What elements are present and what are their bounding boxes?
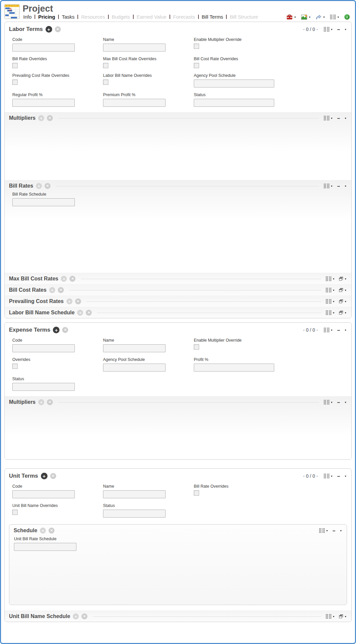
labor-terms-add-button[interactable]: +: [46, 26, 52, 33]
expense-multipliers-add-button[interactable]: +: [38, 399, 44, 405]
collapse-button[interactable]: −: [337, 328, 340, 333]
code-input[interactable]: [12, 44, 75, 52]
collapse-button[interactable]: −: [337, 184, 340, 189]
agency-pool-schedule-input[interactable]: [103, 364, 166, 372]
info-button[interactable]: i: [344, 14, 350, 20]
columns-button[interactable]: ▼: [330, 15, 339, 19]
restore-button[interactable]: ▼: [339, 288, 347, 292]
caret-down-icon: ▼: [323, 16, 325, 18]
status-input[interactable]: [103, 510, 166, 518]
labor-bill-name-overrides-checkbox[interactable]: [103, 80, 108, 85]
status-input[interactable]: [12, 383, 75, 391]
enable-multiplier-override-checkbox[interactable]: [194, 344, 199, 350]
bill-cost-rates-add-button[interactable]: +: [49, 287, 55, 293]
report-button[interactable]: ▼: [301, 15, 311, 20]
name-input[interactable]: [103, 490, 166, 498]
section-menu-button[interactable]: ▼: [344, 185, 347, 187]
unit-bill-name-schedule-delete-button[interactable]: ✕: [81, 613, 87, 619]
columns-button[interactable]: ▼: [326, 288, 335, 292]
collapse-button[interactable]: −: [332, 528, 335, 533]
unit-terms-delete-button[interactable]: ✕: [50, 473, 56, 479]
bill-rate-overrides-checkbox[interactable]: [194, 490, 199, 496]
max-bill-cost-rate-overrides-checkbox[interactable]: [103, 63, 108, 68]
unit-bill-rate-schedule-input[interactable]: [14, 543, 76, 551]
max-bill-cost-rates-delete-button[interactable]: ✕: [69, 276, 75, 282]
next-record-button[interactable]: ▸: [317, 28, 318, 31]
name-input[interactable]: [103, 44, 166, 52]
columns-button[interactable]: ▼: [324, 184, 333, 188]
agency-pool-schedule-input[interactable]: [194, 80, 274, 87]
columns-button[interactable]: ▼: [326, 310, 335, 315]
collapse-button[interactable]: −: [337, 474, 340, 479]
panel-menu-button[interactable]: ▼: [344, 28, 347, 31]
restore-button[interactable]: ▼: [339, 311, 347, 315]
enable-multiplier-override-checkbox[interactable]: [194, 44, 199, 49]
toolbox-button[interactable]: ▼: [287, 14, 296, 20]
columns-button[interactable]: ▼: [326, 276, 335, 281]
labor-bill-name-schedule-add-button[interactable]: +: [77, 310, 83, 316]
prev-record-button[interactable]: ◂: [303, 328, 304, 332]
tab-bill-terms[interactable]: Bill Terms: [199, 14, 226, 20]
bill-cost-rates-delete-button[interactable]: ✕: [58, 287, 64, 293]
expense-terms-add-button[interactable]: +: [53, 327, 59, 333]
columns-button[interactable]: ▼: [326, 299, 335, 304]
tab-tasks[interactable]: Tasks: [59, 14, 77, 20]
overrides-checkbox[interactable]: [12, 364, 18, 369]
restore-button[interactable]: ▼: [339, 299, 347, 303]
columns-button[interactable]: ▼: [324, 400, 333, 404]
code-input[interactable]: [12, 490, 75, 498]
labor-bill-name-schedule-delete-button[interactable]: ✕: [86, 310, 92, 316]
prev-record-button[interactable]: ◂: [303, 28, 304, 31]
columns-button[interactable]: ▼: [324, 328, 333, 332]
prevailing-cost-rates-add-button[interactable]: +: [66, 298, 72, 304]
profit-input[interactable]: [194, 364, 274, 372]
collapse-button[interactable]: −: [337, 116, 340, 121]
restore-button[interactable]: ▼: [339, 277, 347, 281]
schedule-delete-button[interactable]: ✕: [49, 528, 55, 534]
section-menu-button[interactable]: ▼: [344, 117, 347, 119]
tab-pricing[interactable]: Pricing: [35, 14, 58, 20]
next-record-button[interactable]: ▸: [317, 474, 318, 478]
schedule-add-button[interactable]: +: [40, 528, 46, 534]
panel-menu-button[interactable]: ▼: [344, 329, 347, 331]
unit-bill-name-schedule-add-button[interactable]: +: [73, 613, 79, 619]
max-bill-cost-rates-add-button[interactable]: +: [61, 276, 67, 282]
columns-button[interactable]: ▼: [319, 528, 328, 533]
bill-rates-delete-button[interactable]: ✕: [45, 183, 51, 189]
bill-rate-schedule-input[interactable]: [12, 198, 75, 206]
prev-record-button[interactable]: ◂: [303, 474, 304, 478]
tab-info[interactable]: Info: [23, 14, 35, 20]
panel-menu-button[interactable]: ▼: [344, 475, 347, 477]
name-input[interactable]: [103, 344, 166, 352]
premium-profit-input[interactable]: [103, 99, 166, 107]
columns-button[interactable]: ▼: [326, 614, 335, 619]
expense-multipliers-delete-button[interactable]: ✕: [47, 399, 53, 405]
unit-bill-name-overrides-checkbox[interactable]: [12, 510, 18, 515]
columns-button[interactable]: ▼: [324, 474, 333, 478]
unit-terms-add-button[interactable]: +: [41, 473, 48, 479]
navigate-button[interactable]: ▼: [316, 15, 325, 20]
prevailing-cost-rate-overrides-checkbox[interactable]: [12, 80, 18, 85]
profit-label: Profit %: [194, 357, 347, 362]
section-menu-button[interactable]: ▼: [344, 401, 347, 403]
empty-grid-area: [5, 407, 351, 459]
columns-button[interactable]: ▼: [324, 27, 333, 32]
prevailing-cost-rates-delete-button[interactable]: ✕: [75, 298, 81, 304]
next-record-button[interactable]: ▸: [317, 328, 318, 332]
expense-terms-delete-button[interactable]: ✕: [62, 327, 68, 333]
code-input[interactable]: [12, 344, 75, 352]
labor-terms-delete-button[interactable]: ✕: [55, 26, 61, 32]
status-input[interactable]: [194, 99, 274, 107]
labor-bill-name-schedule-header: Labor Bill Name Schedule + ✕ ▼ ▼: [5, 307, 351, 318]
multipliers-delete-button[interactable]: ✕: [47, 115, 53, 121]
regular-profit-input[interactable]: [12, 99, 75, 107]
section-menu-button[interactable]: ▼: [340, 530, 342, 532]
columns-button[interactable]: ▼: [324, 116, 333, 120]
collapse-button[interactable]: −: [337, 27, 340, 32]
multipliers-add-button[interactable]: +: [38, 115, 44, 121]
bill-rate-overrides-checkbox[interactable]: [12, 63, 18, 68]
collapse-button[interactable]: −: [337, 400, 340, 405]
bill-rates-add-button[interactable]: +: [36, 183, 42, 189]
bill-cost-rate-overrides-checkbox[interactable]: [194, 63, 199, 68]
restore-button[interactable]: ▼: [339, 614, 347, 618]
